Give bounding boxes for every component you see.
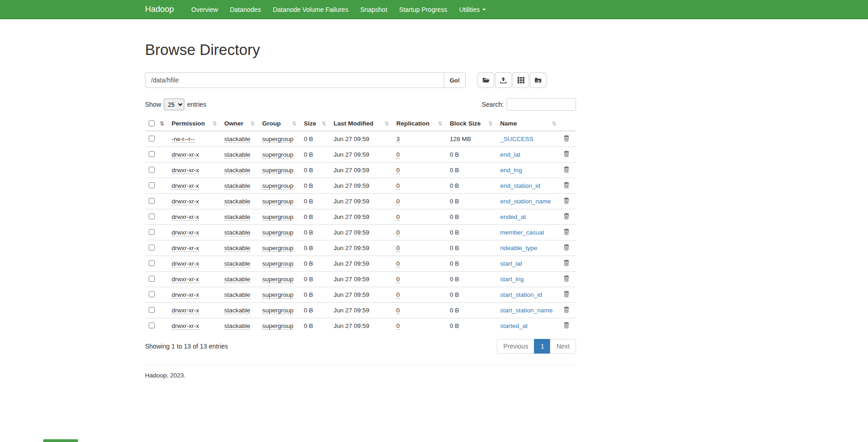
owner-value[interactable]: stackable bbox=[224, 260, 250, 267]
nav-item-utilities[interactable]: Utilities bbox=[453, 0, 491, 19]
sort-icon[interactable]: ⇅ bbox=[212, 120, 217, 127]
column-header-permission[interactable]: Permission ⇅ bbox=[168, 116, 221, 131]
file-name-link[interactable]: start_station_name bbox=[500, 307, 553, 314]
nav-item-datanodes[interactable]: Datanodes bbox=[224, 0, 267, 19]
delete-button[interactable] bbox=[564, 260, 569, 266]
pagination-next[interactable]: Next bbox=[550, 339, 576, 354]
file-name-link[interactable]: end_lng bbox=[500, 167, 522, 174]
upload-button[interactable] bbox=[495, 72, 512, 88]
sort-icon[interactable]: ⇅ bbox=[438, 120, 442, 127]
permission-value[interactable]: drwxr-xr-x bbox=[172, 151, 199, 158]
sort-icon[interactable]: ⇅ bbox=[384, 120, 389, 127]
group-value[interactable]: supergroup bbox=[262, 260, 293, 267]
sort-icon[interactable]: ⇅ bbox=[488, 120, 493, 127]
replication-value[interactable]: 0 bbox=[396, 167, 400, 174]
column-header-name[interactable]: Name ⇅ bbox=[496, 116, 560, 131]
delete-button[interactable] bbox=[564, 213, 569, 219]
replication-value[interactable]: 0 bbox=[396, 322, 400, 330]
permission-value[interactable]: drwxr-xr-x bbox=[172, 322, 199, 330]
delete-button[interactable] bbox=[564, 182, 569, 188]
replication-value[interactable]: 0 bbox=[396, 291, 400, 299]
owner-value[interactable]: stackable bbox=[224, 136, 250, 143]
horizontal-scrollbar-thumb[interactable] bbox=[43, 439, 78, 442]
delete-button[interactable] bbox=[564, 291, 569, 297]
file-name-link[interactable]: end_station_id bbox=[500, 182, 540, 189]
row-checkbox[interactable] bbox=[149, 136, 155, 142]
replication-value[interactable]: 0 bbox=[396, 198, 400, 205]
row-checkbox[interactable] bbox=[149, 291, 155, 297]
owner-value[interactable]: stackable bbox=[224, 198, 250, 205]
page-size-select[interactable]: 25 bbox=[164, 98, 184, 110]
delete-button[interactable] bbox=[564, 244, 569, 251]
column-header-size[interactable]: Size ⇅ bbox=[300, 116, 330, 131]
owner-value[interactable]: stackable bbox=[224, 151, 250, 158]
move-to-folder-button[interactable] bbox=[530, 72, 546, 88]
owner-value[interactable]: stackable bbox=[224, 229, 250, 236]
delete-button[interactable] bbox=[564, 151, 569, 157]
brand-link[interactable]: Hadoop bbox=[145, 5, 174, 14]
replication-value[interactable]: 3 bbox=[396, 136, 400, 143]
row-checkbox[interactable] bbox=[149, 322, 155, 328]
delete-button[interactable] bbox=[564, 197, 569, 204]
group-value[interactable]: supergroup bbox=[262, 213, 293, 221]
file-name-link[interactable]: rideable_type bbox=[500, 245, 537, 251]
sort-icon[interactable]: ⇅ bbox=[322, 120, 326, 127]
column-header-block-size[interactable]: Block Size ⇅ bbox=[446, 116, 496, 131]
column-header-owner[interactable]: Owner ⇅ bbox=[221, 116, 259, 131]
nav-item-snapshot[interactable]: Snapshot bbox=[354, 0, 393, 19]
permission-value[interactable]: drwxr-xr-x bbox=[172, 276, 199, 283]
replication-value[interactable]: 0 bbox=[396, 182, 400, 190]
row-checkbox[interactable] bbox=[149, 260, 155, 266]
row-checkbox[interactable] bbox=[149, 151, 155, 157]
permission-value[interactable]: drwxr-xr-x bbox=[172, 229, 199, 236]
permission-value[interactable]: drwxr-xr-x bbox=[172, 182, 199, 190]
row-checkbox[interactable] bbox=[149, 229, 155, 235]
nav-item-overview[interactable]: Overview bbox=[185, 0, 224, 19]
group-value[interactable]: supergroup bbox=[262, 322, 293, 330]
sort-icon[interactable]: ⇅ bbox=[250, 120, 255, 127]
go-button[interactable]: Go! bbox=[444, 72, 466, 88]
sort-icon[interactable]: ⇅ bbox=[160, 120, 164, 127]
row-checkbox[interactable] bbox=[149, 276, 155, 282]
group-value[interactable]: supergroup bbox=[262, 245, 293, 252]
column-header-group[interactable]: Group ⇅ bbox=[259, 116, 300, 131]
owner-value[interactable]: stackable bbox=[224, 182, 250, 190]
permission-value[interactable]: drwxr-xr-x bbox=[172, 307, 199, 314]
group-value[interactable]: supergroup bbox=[262, 151, 293, 158]
row-checkbox[interactable] bbox=[149, 198, 155, 204]
owner-value[interactable]: stackable bbox=[224, 322, 250, 330]
permission-value[interactable]: drwxr-xr-x bbox=[172, 245, 199, 252]
file-name-link[interactable]: start_lng bbox=[500, 276, 524, 283]
file-name-link[interactable]: start_lat bbox=[500, 260, 522, 267]
owner-value[interactable]: stackable bbox=[224, 167, 250, 174]
group-value[interactable]: supergroup bbox=[262, 229, 293, 236]
replication-value[interactable]: 0 bbox=[396, 151, 400, 158]
search-input[interactable] bbox=[507, 98, 576, 111]
column-header-select[interactable]: ⇅ bbox=[145, 116, 168, 131]
delete-button[interactable] bbox=[564, 275, 569, 282]
permission-value[interactable]: drwxr-xr-x bbox=[172, 213, 199, 221]
file-name-link[interactable]: _SUCCESS bbox=[500, 136, 534, 142]
group-value[interactable]: supergroup bbox=[262, 182, 293, 190]
grid-view-button[interactable] bbox=[512, 72, 529, 88]
owner-value[interactable]: stackable bbox=[224, 245, 250, 252]
file-name-link[interactable]: start_station_id bbox=[500, 291, 542, 298]
group-value[interactable]: supergroup bbox=[262, 198, 293, 205]
replication-value[interactable]: 0 bbox=[396, 245, 400, 252]
group-value[interactable]: supergroup bbox=[262, 276, 293, 283]
group-value[interactable]: supergroup bbox=[262, 291, 293, 299]
file-name-link[interactable]: member_casual bbox=[500, 229, 544, 236]
column-header-replication[interactable]: Replication ⇅ bbox=[393, 116, 446, 131]
nav-item-startup-progress[interactable]: Startup Progress bbox=[393, 0, 453, 19]
replication-value[interactable]: 0 bbox=[396, 307, 400, 314]
row-checkbox[interactable] bbox=[149, 167, 155, 173]
permission-value[interactable]: -rw-r--r-- bbox=[172, 136, 194, 143]
group-value[interactable]: supergroup bbox=[262, 136, 293, 143]
row-checkbox[interactable] bbox=[149, 213, 155, 219]
permission-value[interactable]: drwxr-xr-x bbox=[172, 260, 199, 267]
folder-open-button[interactable] bbox=[478, 72, 494, 88]
permission-value[interactable]: drwxr-xr-x bbox=[172, 198, 199, 205]
replication-value[interactable]: 0 bbox=[396, 229, 400, 236]
directory-path-input[interactable] bbox=[145, 72, 444, 88]
owner-value[interactable]: stackable bbox=[224, 276, 250, 283]
